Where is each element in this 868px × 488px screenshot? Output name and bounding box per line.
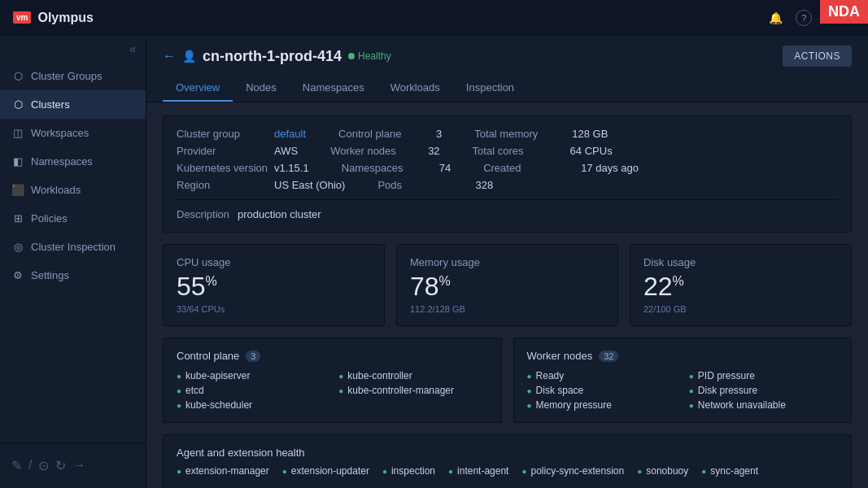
sidebar-item-namespaces[interactable]: ◧ Namespaces <box>0 147 146 176</box>
namespaces-label: Namespaces <box>342 162 439 174</box>
breadcrumb-row: ← 👤 cn-north-1-prod-414 Healthy ACTIONS <box>163 46 852 67</box>
info-provider: Provider AWS <box>177 145 298 157</box>
region-value: US East (Ohio) <box>274 179 345 191</box>
item-label: extension-manager <box>185 465 269 477</box>
total-memory-value: 128 GB <box>572 128 608 140</box>
info-total-cores: Total cores 64 CPUs <box>473 145 613 157</box>
tab-overview[interactable]: Overview <box>163 75 233 102</box>
list-item: ● Network unavailable <box>689 399 838 411</box>
healthy-dot <box>348 53 355 59</box>
item-label: Disk space <box>536 385 584 396</box>
item-label: etcd <box>185 385 204 396</box>
bell-icon[interactable]: 🔔 <box>769 11 783 24</box>
worker-nodes-title-row: Worker nodes 32 <box>527 350 839 362</box>
item-label: policy-sync-extension <box>530 465 624 477</box>
worker-nodes-label: Worker nodes <box>330 145 428 157</box>
control-plane-label: Control plane <box>338 128 436 140</box>
back-button[interactable]: ← <box>163 49 176 63</box>
cluster-name: cn-north-1-prod-414 <box>203 48 342 65</box>
sidebar-item-workspaces[interactable]: ◫ Workspaces <box>0 119 146 147</box>
help-icon[interactable]: ? <box>796 10 812 26</box>
description-label: Description <box>177 208 229 220</box>
item-label: kube-controller <box>347 370 412 381</box>
sidebar-item-cluster-inspection[interactable]: ◎ Cluster Inspection <box>0 233 146 261</box>
health-row: Control plane 3 ● kube-apiserver ● kube-… <box>163 338 852 423</box>
created-label: Created <box>483 162 581 174</box>
info-created: Created 17 days ago <box>483 162 639 174</box>
cluster-group-value[interactable]: default <box>274 128 306 140</box>
healthy-badge: Healthy <box>348 50 391 62</box>
sidebar-item-clusters[interactable]: ⬡ Clusters <box>0 90 146 119</box>
status-dot: ● <box>177 401 181 410</box>
pods-label: Pods <box>377 179 475 191</box>
item-label: Memory pressure <box>536 399 612 411</box>
status-dot: ● <box>177 386 181 395</box>
info-row-2: Provider AWS Worker nodes 32 Total cores… <box>177 145 838 157</box>
worker-nodes-value: 32 <box>428 145 439 157</box>
sidebar-item-policies[interactable]: ⊞ Policies <box>0 204 146 233</box>
sidebar-item-workloads[interactable]: ⬛ Workloads <box>0 176 146 204</box>
provider-value: AWS <box>274 145 298 157</box>
memory-title: Memory usage <box>410 256 604 268</box>
k8s-version-label: Kubernetes version <box>177 162 274 174</box>
status-dot: ● <box>448 467 453 476</box>
status-dot: ● <box>527 401 532 410</box>
list-item: ● kube-apiserver <box>177 370 325 381</box>
item-label: extension-updater <box>291 465 369 477</box>
disk-value: 22% <box>643 273 838 299</box>
info-pods: Pods 328 <box>377 179 493 191</box>
sidebar-label-policies: Policies <box>31 212 68 224</box>
clusters-icon: ⬡ <box>11 98 24 111</box>
sidebar-item-cluster-groups[interactable]: ⬡ Cluster Groups <box>0 62 146 90</box>
arrow-icon[interactable]: → <box>72 458 85 473</box>
status-dot: ● <box>382 467 387 476</box>
info-namespaces: Namespaces 74 <box>342 162 451 174</box>
list-item: ● Memory pressure <box>527 399 676 411</box>
tab-inspection[interactable]: Inspection <box>453 75 527 102</box>
status-dot: ● <box>689 372 694 381</box>
item-label: Network unavailable <box>698 399 786 411</box>
sidebar-item-settings[interactable]: ⚙ Settings <box>0 261 146 290</box>
item-label: Disk pressure <box>698 385 757 396</box>
circle-icon[interactable]: ⊙ <box>38 458 49 473</box>
item-label: kube-apiserver <box>185 370 250 381</box>
status-dot: ● <box>338 372 343 381</box>
created-value: 17 days ago <box>581 162 639 174</box>
sidebar-label-cluster-groups: Cluster Groups <box>31 70 102 82</box>
cpu-sub: 33/64 CPUs <box>177 304 371 314</box>
item-label: Ready <box>536 370 565 381</box>
list-item: ● sync-agent <box>701 465 758 477</box>
control-plane-title-row: Control plane 3 <box>177 350 488 362</box>
edit-icon[interactable]: ✎ <box>11 458 22 473</box>
policies-icon: ⊞ <box>11 212 24 224</box>
control-plane-card: Control plane 3 ● kube-apiserver ● kube-… <box>163 338 502 423</box>
list-item: ● extension-manager <box>177 465 269 477</box>
agent-health-card: Agent and extension health ● extension-m… <box>163 434 852 488</box>
list-item: ● intent-agent <box>448 465 508 477</box>
info-worker-nodes: Worker nodes 32 <box>330 145 439 157</box>
workspaces-icon: ◫ <box>11 127 24 139</box>
slash-icon: / <box>28 458 32 473</box>
tab-namespaces[interactable]: Namespaces <box>290 75 377 102</box>
item-label: kube-scheduler <box>185 399 252 411</box>
refresh-icon[interactable]: ↻ <box>55 458 66 473</box>
description-value: production cluster <box>238 208 321 220</box>
actions-button[interactable]: ACTIONS <box>783 46 852 67</box>
list-item: ● kube-controller <box>338 370 487 381</box>
sidebar: « ⬡ Cluster Groups ⬡ Clusters ◫ Workspac… <box>0 36 146 488</box>
cluster-inspection-icon: ◎ <box>11 241 24 253</box>
info-region: Region US East (Ohio) <box>177 179 345 191</box>
tab-workloads[interactable]: Workloads <box>377 75 453 102</box>
pods-value: 328 <box>475 179 493 191</box>
list-item: ● policy-sync-extension <box>521 465 624 477</box>
list-item: ● sonobuoy <box>637 465 688 477</box>
tab-nodes[interactable]: Nodes <box>233 75 290 102</box>
status-dot: ● <box>689 401 694 410</box>
agent-health-title: Agent and extension health <box>177 447 838 459</box>
sidebar-collapse[interactable]: « <box>0 36 146 62</box>
list-item: ● Disk pressure <box>689 385 838 396</box>
sidebar-label-cluster-inspection: Cluster Inspection <box>31 241 116 253</box>
app-title: Olympus <box>37 11 93 25</box>
list-item: ● PID pressure <box>689 370 838 381</box>
region-label: Region <box>177 179 274 191</box>
